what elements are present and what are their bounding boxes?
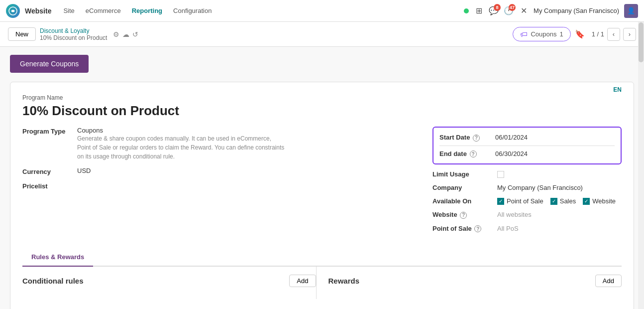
available-on-options: ✓ Point of Sale ✓ Sales ✓ Website — [497, 197, 616, 205]
rewards-header: Rewards Add — [328, 275, 622, 287]
top-navigation: Website Site eCommerce Reporting Configu… — [0, 0, 644, 22]
nav-item-reporting[interactable]: Reporting — [127, 4, 167, 17]
start-date-help[interactable]: ? — [473, 135, 480, 142]
point-of-sale-row: Point of Sale ? All PoS — [432, 225, 622, 233]
settings-icon[interactable]: ✕ — [519, 6, 529, 16]
scrollbar-thumb[interactable] — [639, 22, 644, 62]
prev-button[interactable]: ‹ — [607, 28, 620, 41]
conditional-rules-header: Conditional rules Add — [22, 275, 316, 287]
messages-badge: 8 — [494, 4, 501, 11]
new-button[interactable]: New — [8, 27, 36, 41]
form-card: Program Name 10% Discount on Product EN … — [10, 82, 634, 309]
currency-value: USD — [77, 167, 91, 174]
company-name[interactable]: My Company (San Francisco) — [534, 7, 619, 14]
program-type-desc: Generate & share coupon codes manually. … — [77, 134, 286, 161]
end-date-value[interactable]: 06/30/2024 — [495, 150, 528, 157]
topnav-right: ⊞ 💬 8 🕐 47 ✕ My Company (San Francisco) … — [464, 4, 638, 18]
status-indicator — [464, 8, 469, 13]
app-title[interactable]: Website — [25, 7, 51, 15]
sales-label: Sales — [560, 197, 576, 205]
next-button[interactable]: › — [623, 28, 636, 41]
limit-usage-row: Limit Usage — [432, 170, 622, 178]
grid-icon[interactable]: ⊞ — [474, 6, 484, 16]
program-name-section: Program Name 10% Discount on Product EN — [22, 94, 622, 127]
pos-checkbox[interactable]: ✓ — [497, 198, 504, 205]
company-value: My Company (San Francisco) — [497, 184, 583, 191]
bookmark-icon[interactable]: 🔖 — [575, 29, 585, 39]
pos-value: All PoS — [497, 225, 519, 232]
end-date-row: End date ? 06/30/2024 — [439, 148, 615, 160]
user-avatar[interactable]: 👤 — [624, 4, 638, 18]
breadcrumb-current: 10% Discount on Product — [40, 34, 107, 41]
activities-icon[interactable]: 🕐 47 — [504, 6, 514, 16]
breadcrumb-bar: New Discount & Loyalty 10% Discount on P… — [0, 22, 644, 47]
company-label: Company — [432, 184, 497, 191]
messages-icon[interactable]: 💬 8 — [489, 6, 499, 16]
conditional-rules-title: Conditional rules — [22, 277, 84, 285]
pos-label: Point of Sale — [507, 197, 543, 205]
currency-label: Currency — [22, 167, 77, 175]
breadcrumb-parent[interactable]: Discount & Loyalty — [40, 27, 107, 34]
end-date-help[interactable]: ? — [470, 151, 477, 157]
limit-usage-label: Limit Usage — [432, 170, 497, 178]
pos-option: ✓ Point of Sale — [497, 197, 543, 205]
conditional-rules-section: Conditional rules Add — [22, 267, 316, 299]
bottom-section: Conditional rules Add Rewards Add — [22, 267, 622, 299]
nav-item-configuration[interactable]: Configuration — [168, 4, 216, 17]
activities-badge: 47 — [509, 4, 516, 11]
tabs-bar: Rules & Rewards — [22, 248, 622, 267]
main-content: Generate Coupons Program Name 10% Discou… — [0, 47, 644, 309]
rewards-section: Rewards Add — [316, 267, 622, 299]
website-checkbox[interactable]: ✓ — [583, 198, 590, 205]
pricelist-label: Pricelist — [22, 181, 77, 190]
add-rules-button[interactable]: Add — [289, 275, 316, 287]
website-row: Website ? All websites — [432, 211, 622, 219]
pos-field-label: Point of Sale ? — [432, 225, 497, 233]
website-label: Website — [592, 197, 616, 205]
pricelist-row: Pricelist — [22, 181, 417, 190]
nav-item-site[interactable]: Site — [58, 4, 79, 17]
form-left-col: Program Type Coupons Generate & share co… — [22, 127, 417, 238]
form-body: Program Type Coupons Generate & share co… — [22, 127, 622, 238]
website-field-label: Website ? — [432, 211, 497, 219]
currency-row: Currency USD — [22, 167, 417, 175]
start-date-value[interactable]: 06/01/2024 — [495, 134, 528, 141]
top-menu: Site eCommerce Reporting Configuration — [58, 4, 216, 17]
coupons-count: 1 — [559, 30, 563, 38]
company-row: Company My Company (San Francisco) — [432, 184, 622, 191]
cloud-icon[interactable]: ☁ — [122, 30, 129, 38]
form-right-col: Start Date ? 06/01/2024 End date ? 06/30… — [432, 127, 622, 238]
date-box: Start Date ? 06/01/2024 End date ? 06/30… — [432, 127, 622, 164]
program-type-label: Program Type — [22, 127, 77, 135]
add-rewards-button[interactable]: Add — [595, 275, 622, 287]
breadcrumb: Discount & Loyalty 10% Discount on Produ… — [40, 27, 107, 41]
tag-icon: 🏷 — [520, 30, 528, 38]
coupons-label: Coupons — [531, 30, 556, 38]
app-logo — [6, 4, 20, 18]
tab-rules-rewards[interactable]: Rules & Rewards — [22, 248, 93, 267]
pager: 1 / 1 ‹ › — [592, 28, 636, 41]
language-badge[interactable]: EN — [613, 86, 622, 93]
sales-option: ✓ Sales — [550, 197, 576, 205]
nav-item-ecommerce[interactable]: eCommerce — [81, 4, 126, 17]
rewards-title: Rewards — [328, 277, 360, 285]
program-name-label: Program Name — [22, 94, 622, 101]
program-name-value: 10% Discount on Product — [22, 103, 179, 119]
discard-icon[interactable]: ↺ — [132, 30, 138, 38]
sales-checkbox[interactable]: ✓ — [550, 198, 557, 205]
start-date-label: Start Date ? — [439, 134, 489, 142]
program-type-value: Coupons — [77, 127, 286, 134]
available-on-label: Available On — [432, 197, 497, 205]
website-value: All websites — [497, 211, 532, 218]
start-date-row: Start Date ? 06/01/2024 — [439, 132, 615, 144]
scrollbar-track[interactable] — [638, 22, 644, 309]
coupons-button[interactable]: 🏷 Coupons 1 — [513, 27, 570, 41]
pos-help[interactable]: ? — [474, 225, 481, 232]
website-option: ✓ Website — [583, 197, 616, 205]
program-type-row: Program Type Coupons Generate & share co… — [22, 127, 417, 161]
limit-usage-checkbox[interactable] — [497, 171, 504, 178]
settings-icon[interactable]: ⚙ — [113, 30, 119, 38]
website-help[interactable]: ? — [460, 212, 467, 219]
pager-text: 1 / 1 — [592, 30, 604, 38]
generate-coupons-button[interactable]: Generate Coupons — [10, 55, 89, 73]
